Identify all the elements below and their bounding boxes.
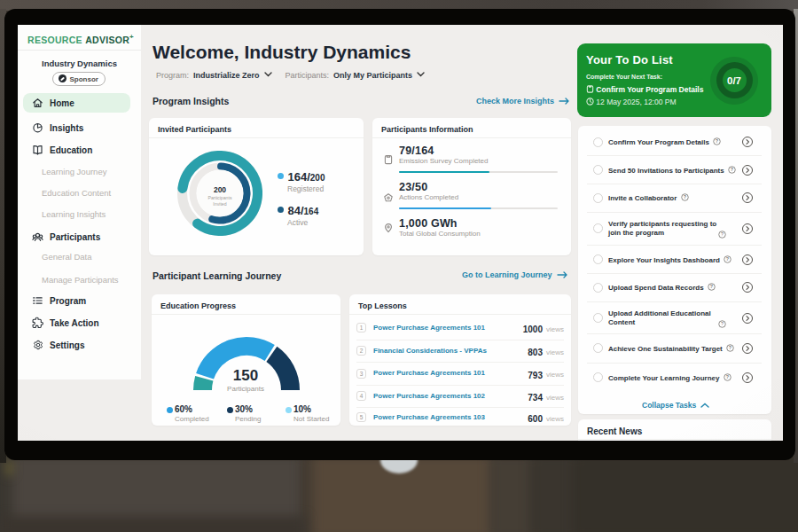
svg-text:?: ? [684,194,686,200]
svg-text:?: ? [726,374,729,379]
svg-text:Participants: Participants [207,195,232,200]
svg-text:?: ? [729,345,732,350]
svg-text:?: ? [726,256,729,262]
svg-text:?: ? [731,167,733,172]
svg-text:Invited: Invited [213,201,226,207]
svg-text:?: ? [710,284,713,289]
svg-text:?: ? [721,231,724,237]
svg-text:?: ? [721,321,724,326]
svg-text:200: 200 [214,185,226,194]
svg-text:?: ? [716,138,718,144]
